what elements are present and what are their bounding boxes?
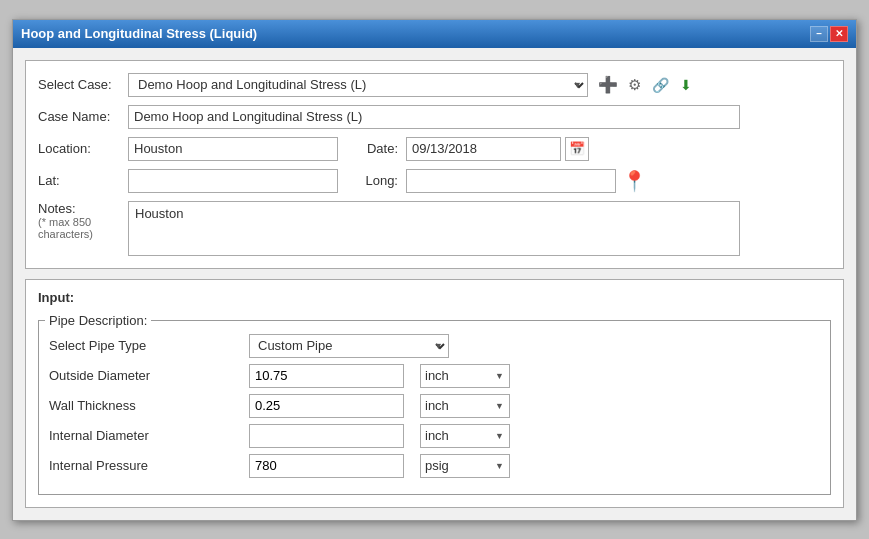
long-label: Long: — [338, 173, 398, 188]
wall-thickness-unit-wrapper[interactable]: inch mm ft — [412, 394, 510, 418]
internal-diameter-row: Internal Diameter inch mm ft — [49, 424, 820, 448]
outside-diameter-unit-select[interactable]: inch mm ft — [420, 364, 510, 388]
internal-pressure-label: Internal Pressure — [49, 458, 249, 473]
location-input[interactable] — [128, 137, 338, 161]
case-name-row: Case Name: — [38, 105, 831, 129]
pipe-type-wrapper[interactable]: Custom Pipe API 5L ASTM A106 — [249, 334, 449, 358]
top-section: Select Case: Demo Hoop and Longitudinal … — [25, 60, 844, 269]
select-case-label: Select Case: — [38, 77, 128, 92]
wall-thickness-label: Wall Thickness — [49, 398, 249, 413]
map-pin-icon[interactable]: 📍 — [622, 169, 647, 193]
outside-diameter-label: Outside Diameter — [49, 368, 249, 383]
select-case-dropdown[interactable]: Demo Hoop and Longitudinal Stress (L) — [128, 73, 588, 97]
add-case-icon[interactable]: ➕ — [598, 75, 618, 95]
location-date-row: Location: Date: 📅 — [38, 137, 831, 161]
input-section-label: Input: — [38, 290, 831, 305]
wall-thickness-input[interactable] — [249, 394, 404, 418]
close-button[interactable]: ✕ — [830, 26, 848, 42]
select-pipe-type-row: Select Pipe Type Custom Pipe API 5L ASTM… — [49, 334, 820, 358]
lat-input[interactable] — [128, 169, 338, 193]
internal-pressure-unit-wrapper[interactable]: psig bar kPa — [412, 454, 510, 478]
internal-diameter-input[interactable] — [249, 424, 404, 448]
share-icon[interactable]: 🔗 — [650, 75, 670, 95]
internal-diameter-label: Internal Diameter — [49, 428, 249, 443]
outside-diameter-unit-wrapper[interactable]: inch mm ft — [412, 364, 510, 388]
title-bar-controls: – ✕ — [810, 26, 848, 42]
lat-label: Lat: — [38, 173, 128, 188]
main-window: Hoop and Longitudinal Stress (Liquid) – … — [12, 19, 857, 521]
notes-textarea[interactable]: Houston — [128, 201, 740, 256]
download-icon[interactable]: ⬇ — [676, 75, 696, 95]
location-label: Location: — [38, 141, 128, 156]
pipe-description-fieldset: Pipe Description: Select Pipe Type Custo… — [38, 313, 831, 495]
notes-section: Notes: (* max 850 characters) Houston — [38, 201, 831, 256]
wall-thickness-unit-select[interactable]: inch mm ft — [420, 394, 510, 418]
pipe-description-legend: Pipe Description: — [45, 313, 151, 328]
outside-diameter-input[interactable] — [249, 364, 404, 388]
pipe-type-select[interactable]: Custom Pipe API 5L ASTM A106 — [249, 334, 449, 358]
date-label: Date: — [338, 141, 398, 156]
long-input[interactable] — [406, 169, 616, 193]
case-name-input[interactable] — [128, 105, 740, 129]
outside-diameter-row: Outside Diameter inch mm ft — [49, 364, 820, 388]
minimize-button[interactable]: – — [810, 26, 828, 42]
notes-label-group: Notes: (* max 850 characters) — [38, 201, 128, 240]
window-title: Hoop and Longitudinal Stress (Liquid) — [21, 26, 257, 41]
settings-icon[interactable]: ⚙ — [624, 75, 644, 95]
window-body: Select Case: Demo Hoop and Longitudinal … — [13, 48, 856, 520]
case-name-label: Case Name: — [38, 109, 128, 124]
wall-thickness-row: Wall Thickness inch mm ft — [49, 394, 820, 418]
notes-sublabel: (* max 850 characters) — [38, 216, 128, 240]
internal-diameter-unit-wrapper[interactable]: inch mm ft — [412, 424, 510, 448]
internal-pressure-input[interactable] — [249, 454, 404, 478]
internal-pressure-row: Internal Pressure psig bar kPa — [49, 454, 820, 478]
select-pipe-type-label: Select Pipe Type — [49, 338, 249, 353]
internal-diameter-unit-select[interactable]: inch mm ft — [420, 424, 510, 448]
date-input[interactable] — [406, 137, 561, 161]
toolbar-icons: ➕ ⚙ 🔗 ⬇ — [598, 75, 696, 95]
title-bar: Hoop and Longitudinal Stress (Liquid) – … — [13, 20, 856, 48]
lat-long-row: Lat: Long: 📍 — [38, 169, 831, 193]
notes-label: Notes: — [38, 201, 128, 216]
calendar-icon: 📅 — [569, 141, 585, 156]
input-section: Input: Pipe Description: Select Pipe Typ… — [25, 279, 844, 508]
internal-pressure-unit-select[interactable]: psig bar kPa — [420, 454, 510, 478]
select-case-row: Select Case: Demo Hoop and Longitudinal … — [38, 73, 831, 97]
calendar-button[interactable]: 📅 — [565, 137, 589, 161]
select-case-wrapper[interactable]: Demo Hoop and Longitudinal Stress (L) — [128, 73, 588, 97]
